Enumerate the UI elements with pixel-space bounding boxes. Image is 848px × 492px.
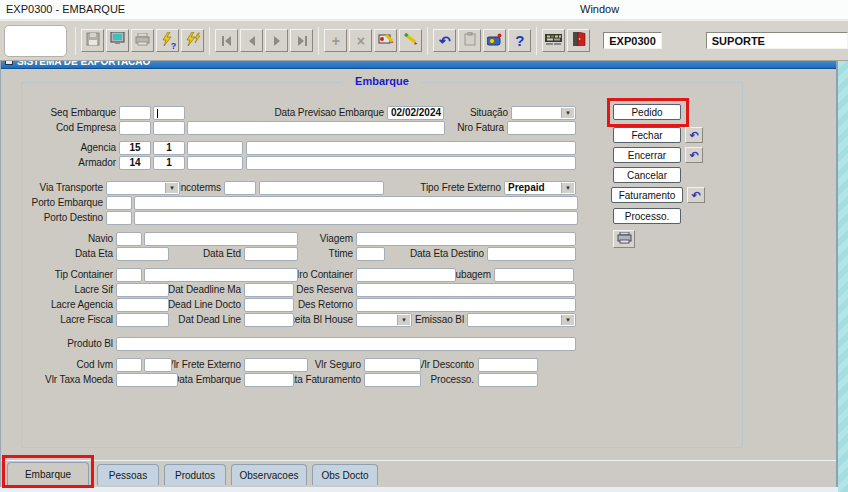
- nro-container-field[interactable]: [356, 268, 456, 282]
- armador-doc-field[interactable]: [187, 156, 243, 170]
- first-record-button[interactable]: [215, 29, 238, 52]
- module-code-field[interactable]: EXP0300: [603, 32, 661, 49]
- dropdown-arrow-icon[interactable]: ▼: [561, 315, 574, 325]
- fechar-undo-button[interactable]: ↶: [685, 127, 703, 143]
- armador-cod-field[interactable]: 14: [119, 156, 151, 170]
- data-eta-destino-label: Data Eta Destino: [384, 247, 484, 260]
- edit-record-button[interactable]: [374, 29, 397, 52]
- cod-empresa-field-1[interactable]: [119, 121, 151, 135]
- lacre-fiscal-field[interactable]: [116, 313, 169, 327]
- porto-destino-cod-field[interactable]: [106, 211, 132, 225]
- navio-desc-field[interactable]: [144, 232, 298, 246]
- agencia-doc-field[interactable]: [187, 141, 243, 155]
- menu-item-module[interactable]: EXP0300 - EMBARQUE: [2, 3, 129, 15]
- print-report-button[interactable]: [613, 230, 635, 248]
- lacre-agencia-field[interactable]: [116, 298, 169, 312]
- user-field[interactable]: SUPORTE: [706, 32, 848, 49]
- processo-field[interactable]: [478, 373, 538, 387]
- encerrar-button[interactable]: Encerrar: [613, 147, 681, 163]
- cod-ivm-field-1[interactable]: [116, 358, 142, 372]
- tab-pessoas[interactable]: Pessoas: [97, 464, 159, 485]
- dropdown-arrow-icon[interactable]: ▼: [165, 183, 178, 193]
- enter-query-button[interactable]: ?: [156, 29, 179, 52]
- next-record-button[interactable]: [265, 29, 288, 52]
- data-eta-destino-field[interactable]: [487, 247, 576, 261]
- dropdown-arrow-icon[interactable]: ▼: [561, 183, 574, 193]
- produto-bl-field[interactable]: [116, 337, 576, 351]
- execute-query-button[interactable]: [181, 29, 204, 52]
- qtd-cubagem-field[interactable]: [494, 268, 574, 282]
- armador-filial-field[interactable]: 1: [153, 156, 185, 170]
- screen-button[interactable]: [106, 29, 129, 52]
- agencia-cod-field[interactable]: 15: [119, 141, 151, 155]
- armador-name-field[interactable]: [246, 156, 576, 170]
- dropdown-arrow-icon[interactable]: ▼: [561, 108, 574, 118]
- encerrar-undo-button[interactable]: ↶: [685, 147, 703, 163]
- navio-cod-field[interactable]: [116, 232, 142, 246]
- agencia-label: Agencia: [6, 141, 116, 154]
- porto-embarque-desc-field[interactable]: [134, 196, 578, 210]
- ttime-field[interactable]: [356, 247, 385, 261]
- clipboard-button[interactable]: [458, 29, 481, 52]
- exit-button[interactable]: [567, 29, 590, 52]
- des-retorno-field[interactable]: [356, 298, 576, 312]
- undo-button[interactable]: ↶: [433, 29, 456, 52]
- cod-empresa-name-field[interactable]: [187, 121, 445, 135]
- tip-container-desc-field[interactable]: [144, 268, 298, 282]
- lacre-sif-field[interactable]: [116, 283, 169, 297]
- save-button[interactable]: [81, 29, 104, 52]
- dat-dead-line-field[interactable]: [244, 313, 294, 327]
- help-button[interactable]: ?: [508, 29, 531, 52]
- situacao-dropdown[interactable]: ▼: [511, 106, 576, 120]
- seq-embarque-label: Seq Embarque: [6, 106, 116, 119]
- clear-record-button[interactable]: [399, 29, 422, 52]
- incoterms-desc-field[interactable]: [259, 181, 384, 195]
- via-transporte-dropdown[interactable]: ▼: [106, 181, 180, 195]
- vlr-desconto-field[interactable]: [478, 358, 538, 372]
- keyboard-button[interactable]: [542, 29, 565, 52]
- cod-ivm-field-2[interactable]: [144, 358, 172, 372]
- seq-embarque-field-1[interactable]: [119, 106, 151, 120]
- menu-item-window[interactable]: Window: [576, 3, 623, 15]
- vlr-frete-externo-field[interactable]: [244, 358, 308, 372]
- tab-observacoes[interactable]: Observacoes: [231, 464, 307, 485]
- tip-container-cod-field[interactable]: [116, 268, 142, 282]
- faturamento-button[interactable]: Faturamento: [611, 187, 683, 203]
- data-etd-field[interactable]: [244, 247, 298, 261]
- processo-button[interactable]: Processo.: [613, 208, 681, 224]
- vlr-taxa-moeda-label: Vlr Taxa Moeda: [3, 373, 113, 386]
- delete-record-button[interactable]: ×: [349, 29, 372, 52]
- previous-record-button[interactable]: [240, 29, 263, 52]
- tab-obs-docto[interactable]: Obs Docto: [312, 464, 378, 485]
- aceita-bl-house-dropdown[interactable]: ▼: [356, 313, 412, 327]
- dead-line-docto-field[interactable]: [244, 298, 294, 312]
- data-faturamento-field[interactable]: [364, 373, 421, 387]
- incoterms-cod-field[interactable]: [224, 181, 256, 195]
- data-previsao-embarque-field[interactable]: 02/02/2024: [387, 106, 444, 120]
- fechar-button[interactable]: Fechar: [613, 127, 681, 143]
- faturamento-undo-button[interactable]: ↶: [687, 187, 705, 203]
- porto-destino-desc-field[interactable]: [134, 211, 578, 225]
- data-embarque-field[interactable]: [244, 373, 294, 387]
- data-eta-field[interactable]: [116, 247, 169, 261]
- vlr-taxa-moeda-field[interactable]: [116, 373, 178, 387]
- emissao-bl-dropdown[interactable]: ▼: [467, 313, 576, 327]
- last-record-button[interactable]: [290, 29, 313, 52]
- agencia-filial-field[interactable]: 1: [153, 141, 185, 155]
- insert-record-button[interactable]: +: [324, 29, 347, 52]
- dat-deadline-ma-field[interactable]: [244, 283, 294, 297]
- cancelar-button[interactable]: Cancelar: [613, 167, 681, 183]
- vlr-seguro-field[interactable]: [364, 358, 421, 372]
- viagem-field[interactable]: [356, 232, 576, 246]
- print-button[interactable]: [131, 29, 154, 52]
- cod-empresa-field-2[interactable]: [153, 121, 185, 135]
- camera-button[interactable]: [483, 29, 506, 52]
- des-reserva-field[interactable]: [356, 283, 576, 297]
- tab-produtos[interactable]: Produtos: [164, 464, 226, 485]
- tipo-frete-externo-dropdown[interactable]: Prepaid▼: [504, 181, 576, 195]
- nro-fatura-field[interactable]: [507, 121, 576, 135]
- agencia-name-field[interactable]: [246, 141, 576, 155]
- porto-embarque-cod-field[interactable]: [106, 196, 132, 210]
- dropdown-arrow-icon[interactable]: ▼: [397, 315, 410, 325]
- seq-embarque-field-2[interactable]: [153, 106, 185, 120]
